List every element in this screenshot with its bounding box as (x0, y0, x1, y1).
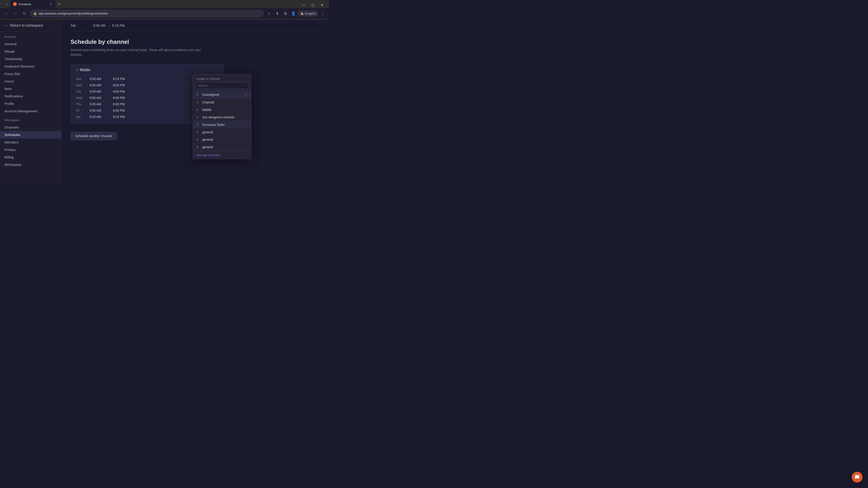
end-time-mon: 6:00 PM (113, 84, 130, 87)
reload-button[interactable]: ↻ (21, 10, 28, 17)
end-time-tue: 6:00 PM (113, 90, 130, 93)
tab-list-button[interactable]: ⌄ (4, 0, 10, 7)
sidebar-item-members[interactable]: Members (0, 138, 61, 146)
return-label: Return to workspace (10, 24, 43, 28)
start-time-sun: 9:00 AM (90, 77, 106, 80)
security-icon: 🔒 (33, 12, 37, 15)
top-start-time: 9:30 AM (93, 24, 105, 27)
dropdown-header: Assign to channel: (193, 74, 251, 82)
dash-sun: - (109, 77, 110, 80)
restore-button[interactable]: ◻ (309, 2, 316, 8)
sidebar-item-rituals[interactable]: Rituals (0, 48, 61, 55)
dropdown-item-general-2[interactable]: # general (193, 136, 251, 143)
dropdown-item-general-3[interactable]: # general (193, 143, 251, 151)
day-thu: Thu (76, 102, 85, 106)
dropdown-item-designers[interactable]: # Our designers channel (193, 113, 251, 121)
start-time-tue: 9:00 AM (90, 90, 106, 93)
channel-assign-dropdown: Assign to channel: # Unassigned ✓ # Chan… (193, 74, 251, 159)
time-range-wed: 9:00 AM - 6:00 PM (90, 96, 130, 100)
tab-close-button[interactable]: ✕ (49, 2, 53, 6)
start-time-wed: 9:00 AM (90, 96, 106, 100)
hash-icon-channel: # (196, 100, 200, 104)
time-range-mon: 9:00 AM - 6:00 PM (90, 84, 130, 87)
time-range-thu: 9:00 AM - 6:00 PM (90, 102, 130, 106)
item-label-general-1: general (202, 130, 213, 134)
account-section-label: Account (0, 31, 61, 40)
hash-icon-unassigned: # (196, 93, 200, 96)
browser-chrome: ⌄ Sunsama ✕ + — ◻ ✕ ← → ↻ 🔒 app.sunsama.… (0, 0, 329, 20)
sidebar-item-general[interactable]: General (0, 40, 61, 48)
forward-button[interactable]: → (12, 10, 19, 17)
end-time-sat: 6:15 PM (113, 115, 130, 119)
back-button[interactable]: ← (3, 10, 10, 17)
download-button[interactable]: ⬇ (274, 10, 281, 17)
sidebar: ← Return to workspace Account General Ri… (0, 20, 61, 184)
end-time-sun: 6:15 PM (113, 77, 130, 80)
top-partial-schedule: Sat 9:30 AM - 6:15 PM (70, 20, 320, 31)
tab-favicon (13, 2, 17, 6)
url-display: app.sunsama.com/group/moodjoy/settings/s… (39, 12, 260, 15)
sidebar-item-schedules[interactable]: Schedules (0, 131, 61, 138)
dash-wed: - (109, 96, 110, 100)
sidebar-item-timeboxing[interactable]: Timeboxing (0, 55, 61, 63)
time-range-sun: 9:00 AM - 6:15 PM (90, 77, 130, 80)
top-day: Sat (70, 24, 84, 27)
section-desc: Controls auto-scheduling times on a per-… (70, 48, 206, 57)
top-time-range: 9:30 AM - 6:15 PM (93, 24, 125, 27)
dropdown-search-input[interactable] (195, 82, 248, 89)
top-dash: - (108, 24, 110, 27)
item-label-channel: Channel (202, 101, 214, 104)
tab-search-button[interactable]: ⊞ (282, 10, 289, 17)
day-sat: Sat (76, 115, 85, 119)
minimize-button[interactable]: — (300, 2, 307, 8)
sidebar-item-workspace[interactable]: Workspace (0, 161, 61, 168)
close-button[interactable]: ✕ (318, 2, 326, 8)
start-time-mon: 9:00 AM (90, 84, 106, 87)
address-bar[interactable]: 🔒 app.sunsama.com/group/moodjoy/settings… (30, 10, 264, 17)
sidebar-item-focus-bar[interactable]: Focus Bar (0, 70, 61, 77)
sidebar-item-account-management[interactable]: Account Management (0, 107, 61, 115)
item-label-unassigned: Unassigned (202, 93, 219, 96)
profile-button[interactable]: 👤 (290, 10, 297, 17)
sidebar-item-privacy[interactable]: Privacy (0, 146, 61, 153)
dash-tue: - (109, 90, 110, 93)
item-label-middle: Middle (202, 108, 212, 111)
hash-icon-general-3: # (196, 145, 200, 149)
return-to-workspace-link[interactable]: ← Return to workspace (0, 20, 61, 31)
end-time-wed: 6:00 PM (113, 96, 130, 100)
dropdown-item-middle[interactable]: # Middle (193, 106, 251, 113)
time-range-fri: 9:00 AM - 6:00 PM (90, 109, 130, 112)
channel-name: Middle (80, 68, 90, 72)
sidebar-item-channels[interactable]: Channels (0, 124, 61, 131)
dropdown-item-unassigned[interactable]: # Unassigned ✓ (193, 91, 251, 98)
bookmark-button[interactable]: ☆ (266, 10, 273, 17)
hash-icon-general-2: # (196, 138, 200, 141)
channel-hash-icon: # (76, 68, 78, 72)
dropdown-footer: Manage channels (193, 151, 251, 159)
sidebar-item-focus[interactable]: Focus (0, 77, 61, 85)
dropdown-item-sunsama-tasks[interactable]: # Sunsama Tasks (193, 121, 251, 128)
schedule-another-channel-button[interactable]: Schedule another channel (70, 132, 117, 140)
main-content: Sat 9:30 AM - 6:15 PM Schedule by channe… (61, 20, 329, 184)
sidebar-item-notifications[interactable]: Notifications (0, 92, 61, 100)
sidebar-item-beta[interactable]: Beta (0, 85, 61, 92)
address-bar-row: ← → ↻ 🔒 app.sunsama.com/group/moodjoy/se… (0, 8, 329, 19)
sidebar-item-keyboard-shortcuts[interactable]: Keyboard Shortcuts (0, 63, 61, 70)
active-tab[interactable]: Sunsama ✕ (10, 0, 56, 8)
menu-button[interactable]: ⋮ (319, 10, 327, 17)
day-mon: Mon (76, 84, 85, 87)
hash-icon-general-1: # (196, 130, 200, 134)
new-tab-button[interactable]: + (56, 1, 62, 7)
end-time-thu: 6:00 PM (113, 102, 130, 106)
item-label-designers: Our designers channel (202, 116, 234, 119)
start-time-sat: 9:15 AM (90, 115, 106, 119)
dropdown-item-channel[interactable]: # Channel (193, 98, 251, 106)
time-range-tue: 9:00 AM - 6:00 PM (90, 90, 130, 93)
sidebar-item-billing[interactable]: Billing (0, 153, 61, 161)
back-arrow-icon: ← (4, 24, 8, 28)
manage-channels-link[interactable]: Manage channels (196, 153, 220, 157)
dropdown-item-general-1[interactable]: # general (193, 128, 251, 136)
dash-mon: - (109, 84, 110, 87)
sidebar-item-profile[interactable]: Profile (0, 100, 61, 107)
start-time-thu: 9:00 AM (90, 102, 106, 106)
